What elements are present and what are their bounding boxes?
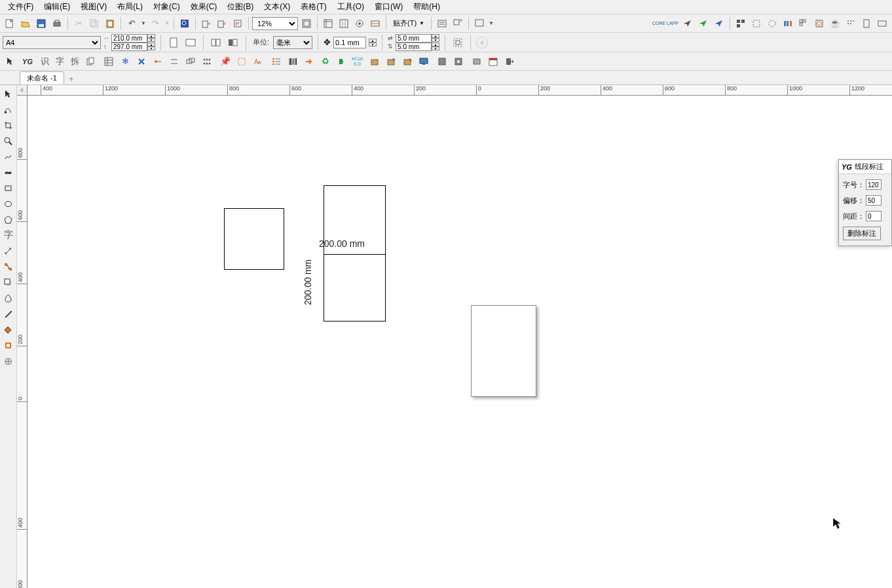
corelapp-logo[interactable]: CORE LAPP xyxy=(652,16,679,31)
menu-tools[interactable]: 工具(O) xyxy=(332,0,369,14)
dots-icon[interactable] xyxy=(844,16,858,31)
polygon-tool-icon[interactable] xyxy=(1,212,16,227)
horizontal-ruler[interactable]: 400 1200 1000 800 600 400 200 0 200 400 … xyxy=(28,85,892,96)
plane1-icon[interactable] xyxy=(680,16,695,31)
unit-select[interactable]: 毫米 xyxy=(273,36,312,49)
undo-dropdown-icon[interactable]: ▼ xyxy=(140,16,147,31)
grid-icon[interactable] xyxy=(796,16,811,31)
open-icon[interactable] xyxy=(18,16,33,31)
snowflake-icon[interactable]: ❄ xyxy=(118,54,132,69)
portrait-icon[interactable] xyxy=(166,35,181,50)
menu-file[interactable]: 文件(F) xyxy=(3,0,39,14)
import-icon[interactable] xyxy=(199,16,214,31)
device3-icon[interactable] xyxy=(470,54,484,69)
crop-select-icon[interactable] xyxy=(234,54,249,69)
table-icon[interactable] xyxy=(102,54,116,69)
dup-y-input[interactable] xyxy=(396,43,432,51)
treat-as-icon[interactable] xyxy=(451,35,465,50)
dup-x-input[interactable] xyxy=(396,34,432,43)
document-tab[interactable]: 未命名 -1 xyxy=(20,71,64,84)
qr-icon[interactable] xyxy=(734,16,748,31)
dup-x-spinner[interactable]: ▲▼ xyxy=(432,34,439,42)
fill-tool-icon[interactable] xyxy=(1,322,16,337)
ecut-icon[interactable]: eCut6.0 xyxy=(351,54,363,69)
zi-icon[interactable]: 字 xyxy=(53,54,66,69)
misc3-icon[interactable] xyxy=(875,16,889,31)
misc1-icon[interactable] xyxy=(812,16,827,31)
save-icon[interactable] xyxy=(34,16,48,31)
panel-title-bar[interactable]: YG 线段标注 xyxy=(839,160,891,174)
text-tool-icon[interactable]: 字 xyxy=(1,228,16,242)
cut-icon[interactable]: ✂ xyxy=(71,16,86,31)
vertical-ruler[interactable]: 800 600 400 200 0 400 800 xyxy=(17,96,28,588)
align1-icon[interactable] xyxy=(749,16,764,31)
calendar-icon[interactable] xyxy=(486,54,500,69)
rectangle-shape-1[interactable] xyxy=(224,208,284,270)
menu-view[interactable]: 视图(V) xyxy=(75,0,112,14)
connector-tool-icon[interactable] xyxy=(1,259,16,274)
join-icon[interactable] xyxy=(151,54,165,69)
eyedropper-tool-icon[interactable] xyxy=(1,306,16,321)
height-spinner[interactable]: ▲▼ xyxy=(147,43,155,50)
exit-icon[interactable] xyxy=(502,54,517,69)
crop-tool-icon[interactable] xyxy=(1,118,16,132)
device2-icon[interactable] xyxy=(451,54,466,69)
chai-icon[interactable]: 拆 xyxy=(68,54,81,69)
menu-help[interactable]: 帮助(H) xyxy=(408,0,445,14)
copy-sheet-icon[interactable] xyxy=(83,54,98,69)
delete-annotation-button[interactable]: 删除标注 xyxy=(843,227,881,240)
device1-icon[interactable] xyxy=(435,54,449,69)
nudge-spinner[interactable]: ▲▼ xyxy=(369,39,377,46)
new-icon[interactable] xyxy=(3,16,17,31)
rectangle-shape-2[interactable] xyxy=(324,185,386,322)
search-icon[interactable] xyxy=(177,16,192,31)
shi-icon[interactable]: 识 xyxy=(38,54,51,69)
box2-icon[interactable] xyxy=(384,54,398,69)
page-height-input[interactable] xyxy=(111,43,147,51)
app-dropdown-arrow-icon[interactable]: ▼ xyxy=(488,16,494,31)
export-icon[interactable] xyxy=(215,16,229,31)
menu-table[interactable]: 表格(T) xyxy=(295,0,331,14)
zoom-tool-icon[interactable] xyxy=(1,134,16,148)
coffee-icon[interactable]: ☕ xyxy=(828,16,842,31)
ellipse-tool-icon[interactable] xyxy=(1,196,16,211)
add-tool-icon[interactable]: ⊕ xyxy=(1,354,16,368)
ruler-origin[interactable]: ⊹ xyxy=(17,85,28,96)
menu-layout[interactable]: 布局(L) xyxy=(112,0,148,14)
page-object[interactable] xyxy=(471,305,536,397)
menu-text[interactable]: 文本(X) xyxy=(259,0,295,14)
yg-icon[interactable]: YG xyxy=(19,54,36,69)
add-tab-button[interactable]: + xyxy=(65,74,77,84)
menu-window[interactable]: 窗口(W) xyxy=(369,0,408,14)
add-preset-icon[interactable]: + xyxy=(476,37,488,48)
nudge-input[interactable] xyxy=(333,37,366,48)
copy-icon[interactable] xyxy=(87,16,102,31)
app-dropdown-icon[interactable] xyxy=(472,16,487,31)
snap-icon[interactable] xyxy=(368,16,382,31)
menu-edit[interactable]: 编辑(E) xyxy=(39,0,75,14)
show-grid-icon[interactable] xyxy=(337,16,351,31)
text-size-icon[interactable]: AA xyxy=(251,54,265,69)
width-spinner[interactable]: ▲▼ xyxy=(147,34,155,42)
redo-icon[interactable]: ↷ xyxy=(148,16,162,31)
undo-icon[interactable]: ↶ xyxy=(124,16,139,31)
pick-tool-icon[interactable] xyxy=(1,86,16,101)
break-icon[interactable] xyxy=(134,54,149,69)
landscape-icon[interactable] xyxy=(183,35,198,50)
misc2-icon[interactable] xyxy=(859,16,874,31)
rectangle-tool-icon[interactable] xyxy=(1,181,16,195)
publish-icon[interactable]: P xyxy=(231,16,245,31)
box1-icon[interactable] xyxy=(367,54,382,69)
artistic-media-icon[interactable] xyxy=(1,165,16,179)
monitor-icon[interactable] xyxy=(417,54,431,69)
shape-tool-icon[interactable] xyxy=(1,102,16,117)
show-rulers-icon[interactable] xyxy=(321,16,335,31)
options-icon[interactable] xyxy=(435,16,449,31)
menu-bitmap[interactable]: 位图(B) xyxy=(222,0,259,14)
menu-object[interactable]: 对象(C) xyxy=(148,0,185,14)
split-icon[interactable] xyxy=(167,54,181,69)
weld-icon[interactable] xyxy=(183,54,198,69)
distribute-icon[interactable] xyxy=(781,16,795,31)
recycle-icon[interactable]: ♻ xyxy=(318,54,333,69)
drawing-canvas[interactable]: 200.00 mm 200.00 mm xyxy=(28,96,892,588)
